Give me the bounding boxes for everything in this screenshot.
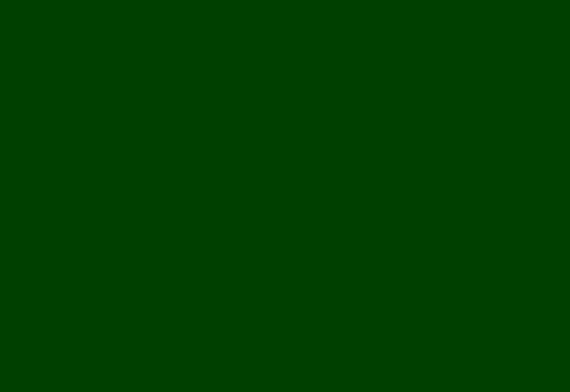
table-header-row [6, 221, 564, 243]
